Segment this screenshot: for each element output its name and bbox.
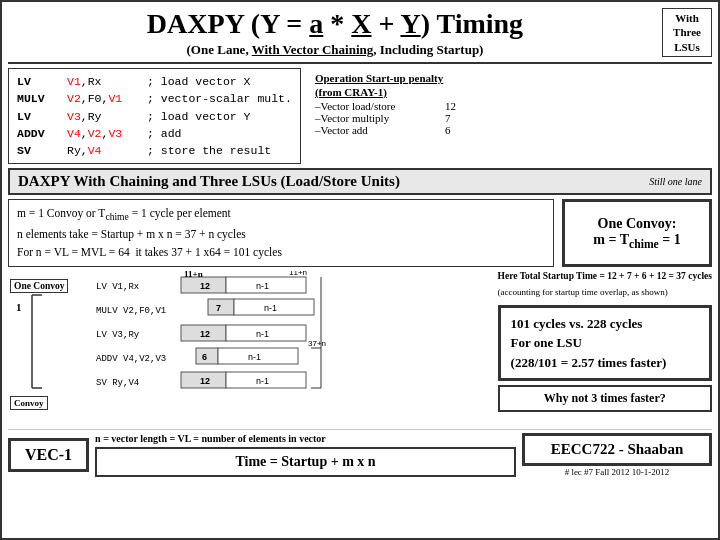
svg-text:n-1: n-1 bbox=[256, 329, 269, 339]
operands-sv: Ry,V4 bbox=[67, 142, 147, 159]
operands-lv1: V1,Rx bbox=[67, 73, 147, 90]
op-row-mult: –Vector multiply 7 bbox=[315, 112, 475, 124]
operation-subtitle: (from CRAY-1) bbox=[315, 86, 475, 98]
overlap-text: (accounting for startup time overlap, as… bbox=[498, 287, 712, 297]
svg-text:n-1: n-1 bbox=[248, 352, 261, 362]
code-row-lv2: LV V3,Ry ; load vector Y bbox=[17, 108, 292, 125]
code-row-lv1: LV V1,Rx ; load vector X bbox=[17, 73, 292, 90]
comment-lv1: ; load vector X bbox=[147, 73, 292, 90]
svg-text:LV  V1,Rx: LV V1,Rx bbox=[96, 282, 139, 292]
comment-lv2: ; load vector Y bbox=[147, 108, 292, 125]
instr-lv1: LV bbox=[17, 73, 67, 90]
operands-mulv: V2,F0,V1 bbox=[67, 90, 147, 107]
svg-text:37+n: 37+n bbox=[308, 339, 326, 348]
svg-text:MULV V2,F0,V1: MULV V2,F0,V1 bbox=[96, 306, 166, 316]
time-formula-box: Time = Startup + m x n bbox=[95, 447, 516, 477]
comment-sv: ; store the result bbox=[147, 142, 292, 159]
svg-text:11+n: 11+n bbox=[289, 271, 307, 277]
variable-a: a bbox=[309, 8, 323, 39]
section-header-text: DAXPY With Chaining and Three LSUs (Load… bbox=[18, 173, 400, 190]
code-row-sv: SV Ry,V4 ; store the result bbox=[17, 142, 292, 159]
code-row-mulv: MULV V2,F0,V1 ; vector-scalar mult. bbox=[17, 90, 292, 107]
eecc-box: EECC722 - Shaaban bbox=[522, 433, 712, 466]
instr-mulv: MULV bbox=[17, 90, 67, 107]
operands-addv: V4,V2,V3 bbox=[67, 125, 147, 142]
convoy-line3: For n = VL = MVL = 64 it takes 37 + 1 x6… bbox=[17, 243, 545, 261]
comment-mulv: ; vector-scalar mult. bbox=[147, 90, 292, 107]
code-row-addv: ADDV V4,V2,V3 ; add bbox=[17, 125, 292, 142]
footer: # lec #7 Fall 2012 10-1-2012 bbox=[565, 467, 670, 477]
svg-text:12: 12 bbox=[200, 376, 210, 386]
convoy-badge: Convoy bbox=[10, 396, 48, 410]
code-section: LV V1,Rx ; load vector X MULV V2,F0,V1 ;… bbox=[8, 68, 712, 164]
svg-text:LV  V3,Ry: LV V3,Ry bbox=[96, 330, 140, 340]
right-info: Here Total Startup Time = 12 + 7 + 6 + 1… bbox=[498, 271, 712, 425]
convoy-line2: n elements take = Startup + m x n = 37 +… bbox=[17, 225, 545, 243]
svg-text:ADDV V4,V2,V3: ADDV V4,V2,V3 bbox=[96, 354, 166, 364]
convoy-left-labels: One Convoy 1 Convoy bbox=[8, 271, 88, 425]
subtitle: (One Lane, With Vector Chaining, Includi… bbox=[8, 40, 662, 58]
one-convoy-box: One Convoy: m = Tchime = 1 bbox=[562, 199, 712, 266]
svg-text:6: 6 bbox=[202, 352, 207, 362]
timing-section: One Convoy 1 Convoy 11+n LV V1,Rx 12 n-1… bbox=[8, 271, 712, 425]
svg-text:n-1: n-1 bbox=[256, 281, 269, 291]
header-main: DAXPY (Y = a * X + Y) Timing (One Lane, … bbox=[8, 8, 662, 58]
section-header: DAXPY With Chaining and Three LSUs (Load… bbox=[8, 168, 712, 195]
with-three-lsus: With Three LSUs bbox=[662, 8, 712, 57]
timing-top-11n: 11+n bbox=[184, 269, 203, 279]
bottom-section: VEC-1 n = vector length = VL = number of… bbox=[8, 429, 712, 477]
eecc-section: EECC722 - Shaaban # lec #7 Fall 2012 10-… bbox=[522, 433, 712, 477]
cycles-box: 101 cycles vs. 228 cycles For one LSU (2… bbox=[498, 305, 712, 382]
middle-section: m = 1 Convoy or Tchime = 1 cycle per ele… bbox=[8, 199, 712, 266]
one-convoy-label: One Convoy: bbox=[575, 216, 699, 232]
cycles-line1: 101 cycles vs. 228 cycles bbox=[511, 314, 699, 334]
code-table: LV V1,Rx ; load vector X MULV V2,F0,V1 ;… bbox=[8, 68, 301, 164]
still-one-lane: Still one lane bbox=[649, 176, 702, 187]
op-row-add: –Vector add 6 bbox=[315, 124, 475, 136]
cycles-line3: (228/101 = 2.57 times faster) bbox=[511, 353, 699, 373]
svg-text:12: 12 bbox=[200, 281, 210, 291]
bottom-middle: n = vector length = VL = number of eleme… bbox=[95, 433, 516, 477]
why-box: Why not 3 times faster? bbox=[498, 385, 712, 412]
svg-text:n-1: n-1 bbox=[256, 376, 269, 386]
page: DAXPY (Y = a * X + Y) Timing (One Lane, … bbox=[0, 0, 720, 540]
page-title: DAXPY (Y = a * X + Y) Timing bbox=[8, 8, 662, 40]
one-convoy-badge: One Convoy bbox=[10, 279, 68, 293]
svg-text:n-1: n-1 bbox=[264, 303, 277, 313]
one-convoy-formula: m = Tchime = 1 bbox=[575, 232, 699, 251]
svg-text:12: 12 bbox=[200, 329, 210, 339]
timing-diagram: 11+n LV V1,Rx 12 n-1 11+n MULV V2,F0,V1 … bbox=[96, 271, 490, 425]
instr-sv: SV bbox=[17, 142, 67, 159]
timing-bars-svg: LV V1,Rx 12 n-1 11+n MULV V2,F0,V1 7 n-1… bbox=[96, 271, 436, 421]
instr-lv2: LV bbox=[17, 108, 67, 125]
comment-addv: ; add bbox=[147, 125, 292, 142]
variable-x: X bbox=[351, 8, 371, 39]
vec1-box: VEC-1 bbox=[8, 438, 89, 472]
operation-title: Operation Start-up penalty bbox=[315, 72, 475, 84]
variable-y: Y bbox=[400, 8, 420, 39]
startup-time-text: Here Total Startup Time = 12 + 7 + 6 + 1… bbox=[498, 271, 712, 281]
n-definition: n = vector length = VL = number of eleme… bbox=[95, 433, 516, 444]
instr-addv: ADDV bbox=[17, 125, 67, 142]
operands-lv2: V3,Ry bbox=[67, 108, 147, 125]
operation-info: Operation Start-up penalty (from CRAY-1)… bbox=[311, 68, 479, 164]
convoy-bracket-svg bbox=[12, 293, 90, 413]
header: DAXPY (Y = a * X + Y) Timing (One Lane, … bbox=[8, 8, 712, 64]
svg-text:SV  Ry,V4: SV Ry,V4 bbox=[96, 378, 139, 388]
convoy-line1: m = 1 Convoy or Tchime = 1 cycle per ele… bbox=[17, 204, 545, 225]
convoy-text: m = 1 Convoy or Tchime = 1 cycle per ele… bbox=[8, 199, 554, 266]
svg-text:7: 7 bbox=[216, 303, 221, 313]
op-row-load: –Vector load/store 12 bbox=[315, 100, 475, 112]
cycles-line2: For one LSU bbox=[511, 333, 699, 353]
